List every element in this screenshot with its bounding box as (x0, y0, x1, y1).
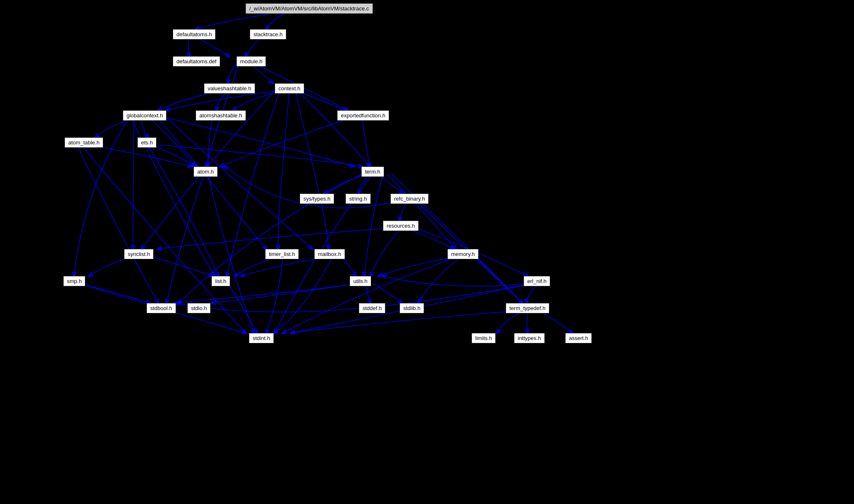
node-stdlib-h[interactable]: stdlib.h (400, 303, 424, 313)
node-label: context.h (278, 85, 300, 92)
node-label: sys/types.h (303, 196, 330, 202)
node-inttypes-h[interactable]: inttypes.h (514, 333, 545, 343)
node-ets-h[interactable]: ets.h (137, 137, 156, 148)
node-mailbox-h[interactable]: mailbox.h (314, 249, 345, 259)
node-synclist-h[interactable]: synclist.h (124, 249, 154, 259)
node-label: string.h (349, 196, 367, 202)
node-label: mailbox.h (318, 251, 341, 257)
node-label: refc_binary.h (394, 196, 425, 202)
node-label: ets.h (141, 139, 153, 146)
node-limits-h[interactable]: limits.h (472, 333, 496, 343)
root-node[interactable]: /_w/AtomVM/AtomVM/src/libAtomVM/stacktra… (246, 3, 373, 14)
node-label: list.h (215, 278, 226, 284)
node-label: stdlib.h (403, 305, 420, 311)
node-assert-h[interactable]: assert.h (565, 333, 592, 343)
node-context-h[interactable]: context.h (275, 83, 304, 94)
node-label: stacktrace.h (253, 31, 283, 37)
node-list-h[interactable]: list.h (211, 276, 230, 286)
node-stdio-h[interactable]: stdio.h (187, 303, 211, 313)
node-label: stdbool.h (150, 305, 172, 311)
node-label: valueshashtable.h (208, 85, 251, 92)
node-stdbool-h[interactable]: stdbool.h (146, 303, 176, 313)
node-exportedfunction-h[interactable]: exportedfunction.h (337, 110, 389, 121)
node-label: globalcontext.h (127, 112, 163, 119)
node-label: stddef.h (362, 305, 382, 311)
node-label: stdint.h (253, 335, 270, 341)
node-globalcontext-h[interactable]: globalcontext.h (123, 110, 166, 121)
node-atom-h[interactable]: atom.h (194, 166, 218, 177)
node-label: term_typedef.h (509, 305, 546, 311)
node-label: defaultatoms.def (176, 58, 216, 65)
node-resources-h[interactable]: resources.h (383, 221, 419, 231)
node-label: atom.h (197, 169, 214, 175)
node-label: timer_list.h (269, 251, 295, 257)
node-timer-list-h[interactable]: timer_list.h (265, 249, 299, 259)
node-refc-binary-h[interactable]: refc_binary.h (390, 194, 429, 204)
node-defaultatoms-h[interactable]: defaultatoms.h (173, 29, 216, 40)
node-label: module.h (240, 58, 262, 65)
node-sys-types-h[interactable]: sys/types.h (300, 194, 334, 204)
node-smp-h[interactable]: smp.h (63, 276, 85, 286)
node-label: limits.h (475, 335, 492, 341)
node-module-h[interactable]: module.h (236, 56, 266, 67)
node-label: smp.h (67, 278, 82, 284)
node-label: stdio.h (191, 305, 207, 311)
node-stddef-h[interactable]: stddef.h (359, 303, 385, 313)
node-label: inttypes.h (518, 335, 541, 341)
node-label: erl_nif.h (527, 278, 546, 284)
node-label: resources.h (387, 223, 415, 229)
node-term-h[interactable]: term.h (361, 166, 384, 177)
node-label: exportedfunction.h (341, 112, 385, 119)
root-label: /_w/AtomVM/AtomVM/src/libAtomVM/stacktra… (249, 5, 369, 12)
node-label: defaultatoms.h (176, 31, 212, 37)
node-label: atomshashtable.h (199, 112, 242, 119)
node-label: term.h (365, 169, 380, 175)
node-memory-h[interactable]: memory.h (447, 249, 479, 259)
node-label: utils.h (353, 278, 367, 284)
node-term-typedef-h[interactable]: term_typedef.h (506, 303, 549, 313)
node-utils-h[interactable]: utils.h (350, 276, 371, 286)
node-label: assert.h (569, 335, 588, 341)
node-atom-table-h[interactable]: atom_table.h (65, 137, 103, 148)
node-string-h[interactable]: string.h (345, 194, 371, 204)
node-defaultatoms-def[interactable]: defaultatoms.def (173, 56, 220, 67)
node-label: synclist.h (128, 251, 150, 257)
node-stdint-h[interactable]: stdint.h (249, 333, 274, 343)
node-valueshashtable-h[interactable]: valueshashtable.h (204, 83, 255, 94)
node-erl-nif-h[interactable]: erl_nif.h (524, 276, 550, 286)
node-label: atom_table.h (68, 139, 99, 146)
node-label: memory.h (451, 251, 475, 257)
node-stacktrace-h[interactable]: stacktrace.h (250, 29, 286, 40)
node-atomshashtable-h[interactable]: atomshashtable.h (196, 110, 246, 121)
